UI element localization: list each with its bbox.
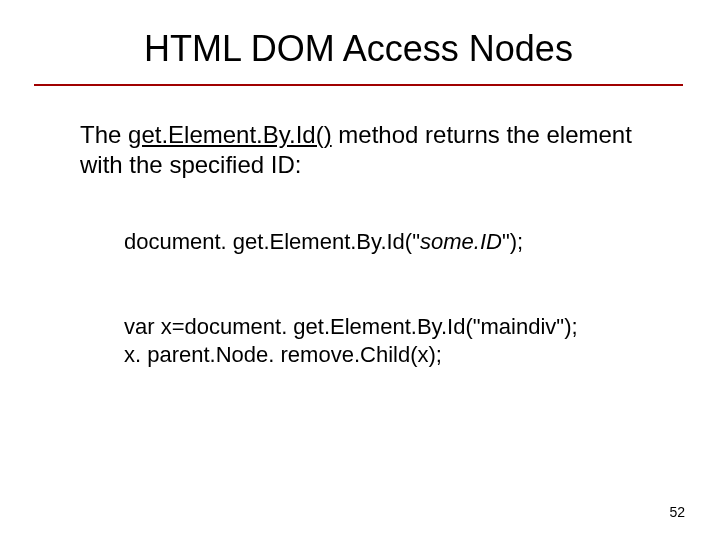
code-example-2: var x=document. get.Element.By.Id("maind… — [124, 313, 677, 370]
body-paragraph: The get.Element.By.Id() method returns t… — [80, 120, 677, 180]
method-name-underlined: get.Element.By.Id() — [128, 121, 332, 148]
code2-line1: var x=document. get.Element.By.Id("maind… — [124, 314, 578, 339]
slide-title: HTML DOM Access Nodes — [0, 28, 717, 84]
slide-container: HTML DOM Access Nodes The get.Element.By… — [0, 0, 717, 538]
paragraph-prefix: The — [80, 121, 128, 148]
code2-line2: x. parent.Node. remove.Child(x); — [124, 342, 442, 367]
code1-prefix: document. get.Element.By.Id(" — [124, 229, 420, 254]
code1-param: some.ID — [420, 229, 502, 254]
slide-content: The get.Element.By.Id() method returns t… — [0, 86, 717, 370]
code1-suffix: "); — [502, 229, 523, 254]
code-example-1: document. get.Element.By.Id("some.ID"); — [124, 228, 677, 257]
page-number: 52 — [669, 504, 685, 520]
